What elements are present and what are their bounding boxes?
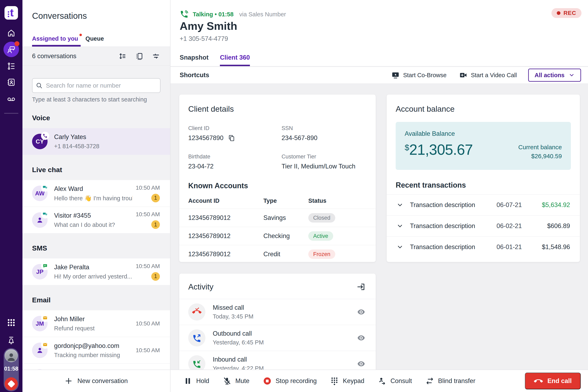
panel-tabs: Assigned to you Queue (32, 35, 104, 46)
rec-dot-icon (557, 11, 560, 15)
activity-row-outbound-call[interactable]: Outbound call Yesterday, 6:45 PM (179, 325, 376, 351)
avatar: CY (32, 134, 48, 149)
mute-button[interactable]: Mute (223, 377, 250, 385)
sort-icon[interactable] (118, 52, 126, 60)
conversation-row-alex-ward[interactable]: AW Alex Ward Hello there 👋 I'm having tr… (22, 180, 170, 206)
new-conversation-button[interactable]: New conversation (22, 370, 170, 392)
conversation-row-partial[interactable] (22, 364, 170, 370)
start-cobrowse-button[interactable]: Start Co-Browse (392, 71, 446, 79)
queue-list-icon[interactable] (7, 62, 16, 71)
field-client-id: Client ID 1234567890 (188, 125, 274, 142)
blind-transfer-button[interactable]: Blind transfer (426, 377, 476, 385)
contact-phone: +1 305-574-4779 (180, 35, 228, 42)
cobrowse-icon (392, 71, 400, 79)
conversation-count: 6 conversations (32, 52, 118, 60)
conversation-row-jake-peralta[interactable]: JP Jake Peralta Hi! My order arrived yes… (22, 258, 170, 285)
pause-icon (184, 377, 192, 385)
keypad-button[interactable]: Keypad (330, 377, 364, 385)
call-controls-bar: Hold Mute Stop recording Keypad Consult … (170, 370, 588, 392)
conversations-icon[interactable] (4, 42, 19, 57)
all-actions-button[interactable]: All actions (528, 68, 581, 82)
section-label-voice: Voice (32, 114, 160, 122)
consult-button[interactable]: Consult (378, 377, 412, 385)
timestamp: 10:50 AM (136, 211, 160, 218)
table-row[interactable]: 123456789012 Credit Frozen (188, 245, 367, 263)
chevron-down-icon (568, 72, 575, 78)
timestamp: 10:50 AM (136, 347, 160, 354)
conversation-row-john-miller[interactable]: JM John Miller Refund request 10:50 AM (22, 310, 170, 337)
bell-icon[interactable] (7, 336, 16, 345)
activity-row-inbound-call[interactable]: Inbound call Yesterday, 4:22 PM (179, 351, 376, 370)
chevron-down-icon[interactable] (396, 222, 404, 230)
notification-dot (14, 41, 20, 46)
unread-badge: 1 (151, 220, 160, 229)
home-icon[interactable] (7, 28, 16, 38)
keypad-icon (330, 377, 339, 385)
table-row[interactable]: 123456789012 Checking Active (188, 227, 367, 245)
status-badge: Closed (308, 213, 335, 222)
client-360-content: Client details Client ID 1234567890 SSN … (170, 83, 588, 370)
transaction-row[interactable]: Transaction description 06-01-21 $1,548.… (387, 237, 580, 258)
start-video-call-button[interactable]: Start a Video Call (459, 71, 517, 79)
card-title: Activity (188, 282, 214, 292)
tab-queue[interactable]: Queue (86, 35, 104, 46)
activity-row-missed-call[interactable]: Missed call Today, 3:45 PM (179, 299, 376, 325)
page-title: Conversations (32, 11, 87, 21)
video-call-icon (459, 71, 467, 79)
hold-button[interactable]: Hold (184, 377, 209, 385)
call-timer: 01:58 (4, 366, 19, 372)
open-activity-icon[interactable] (356, 282, 366, 291)
activity-card: Activity Missed call Today, 3:45 PM (179, 274, 376, 370)
avatar: AW (32, 186, 48, 201)
view-details-eye-icon[interactable] (357, 360, 366, 368)
table-row[interactable]: 123456789012 Savings Closed (188, 209, 367, 227)
current-balance: Current balance $26,940.59 (518, 143, 562, 161)
status-badge: Frozen (308, 250, 335, 259)
talkdesk-logo[interactable]: t (4, 6, 18, 20)
stop-recording-button[interactable]: Stop recording (263, 377, 317, 385)
search-box (32, 78, 160, 93)
alert-dot (80, 34, 82, 36)
available-balance-box: Available Balance $ 21,305.67 Current ba… (396, 122, 571, 170)
client-details-card: Client details Client ID 1234567890 SSN … (179, 94, 376, 262)
card-view-icon[interactable] (135, 52, 143, 60)
tab-client-360[interactable]: Client 360 (220, 54, 250, 66)
call-via: via Sales Number (239, 11, 286, 18)
apps-grid-icon[interactable] (7, 318, 16, 327)
search-input[interactable] (32, 78, 160, 93)
filter-icon[interactable] (152, 52, 160, 60)
conversation-row-gordonjcp[interactable]: gordonjcp@yahoo.com Tracking number miss… (22, 337, 170, 364)
busy-status-icon (5, 377, 18, 390)
search-icon (36, 82, 43, 89)
tab-assigned-to-you[interactable]: Assigned to you (32, 35, 78, 46)
recording-badge: REC (552, 8, 582, 18)
chevron-down-icon[interactable] (396, 202, 404, 208)
unread-badge: 1 (151, 194, 160, 202)
status-badge: Active (308, 231, 333, 241)
view-details-eye-icon[interactable] (357, 334, 366, 342)
avatar: JM (32, 316, 48, 331)
copy-icon[interactable] (228, 134, 235, 142)
conversation-row-visitor-3455[interactable]: Visitor #3455 What can I do about it? 10… (22, 206, 170, 233)
logo-dots-icon (8, 11, 9, 13)
transaction-row[interactable]: Transaction description 06-02-21 $606.89 (387, 216, 580, 236)
section-label-sms: SMS (32, 244, 160, 252)
tab-snapshot[interactable]: Snapshot (180, 54, 208, 66)
contacts-icon[interactable] (7, 78, 16, 87)
transaction-row[interactable]: Transaction description 06-07-21 $5,634.… (387, 194, 580, 216)
call-status: Talking • 01:58 (193, 11, 234, 18)
agent-avatar (5, 349, 18, 362)
conversation-row-carly-yates[interactable]: CY Carly Yates +1 814-458-3728 (22, 128, 170, 155)
timestamp: 10:50 AM (136, 263, 160, 270)
voicemail-icon[interactable] (7, 95, 16, 104)
panel-header: Conversations Assigned to you Queue (22, 0, 170, 47)
view-details-eye-icon[interactable] (357, 308, 366, 316)
search-helper-text: Type at least 3 characters to start sear… (32, 96, 160, 103)
avatar: JP (32, 264, 48, 280)
chevron-down-icon[interactable] (396, 244, 404, 250)
agent-status-pill[interactable]: 01:58 (4, 348, 19, 392)
unread-badge: 1 (151, 272, 160, 281)
end-call-button[interactable]: End call (525, 372, 581, 389)
field-birthdate: Birthdate 23-04-72 (188, 154, 274, 170)
accounts-table-header: Account ID Type Status (188, 198, 367, 209)
